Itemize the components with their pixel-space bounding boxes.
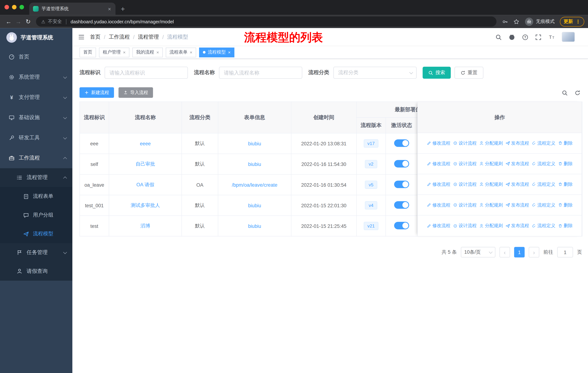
breadcrumb-item[interactable]: 流程管理 xyxy=(138,33,159,40)
active-toggle[interactable] xyxy=(394,222,409,229)
collapse-sidebar-icon[interactable] xyxy=(78,34,85,40)
process-name-link[interactable]: 自己审批 xyxy=(136,161,155,167)
publish-process-link[interactable]: 发布流程 xyxy=(505,140,529,146)
current-page-button[interactable]: 1 xyxy=(514,247,525,258)
close-tab-icon[interactable]: × xyxy=(107,6,112,12)
assign-rule-link[interactable]: 分配规则 xyxy=(479,202,503,208)
sidebar-item-task-mgmt[interactable]: 任务管理 xyxy=(0,243,72,262)
process-name-link[interactable]: 测试多审批人 xyxy=(131,202,160,208)
design-process-link[interactable]: 设计流程 xyxy=(453,140,477,146)
process-key-input[interactable] xyxy=(105,67,188,79)
assign-rule-link[interactable]: 分配规则 xyxy=(479,161,503,167)
process-name-link[interactable]: eeee xyxy=(140,141,151,146)
publish-process-link[interactable]: 发布流程 xyxy=(505,181,529,188)
tag-my-process[interactable]: 我的流程× xyxy=(132,47,163,57)
assign-rule-link[interactable]: 分配规则 xyxy=(479,181,503,188)
app-logo[interactable]: 芋道管理系统 xyxy=(0,28,72,47)
edit-process-link[interactable]: 修改流程 xyxy=(427,202,450,208)
bookmark-star-icon[interactable] xyxy=(514,18,519,25)
process-definition-link[interactable]: 流程定义 xyxy=(532,140,555,146)
edit-process-link[interactable]: 修改流程 xyxy=(427,181,450,188)
design-process-link[interactable]: 设计流程 xyxy=(453,222,477,229)
goto-page-input[interactable] xyxy=(557,247,573,258)
active-toggle[interactable] xyxy=(394,181,409,188)
process-name-input[interactable] xyxy=(219,67,302,79)
refresh-table-icon[interactable] xyxy=(575,89,580,96)
sidebar-item-home[interactable]: 首页 xyxy=(0,47,72,67)
password-key-icon[interactable] xyxy=(502,18,508,25)
browser-update-menu-button[interactable]: 更新 ⋮ xyxy=(560,17,584,26)
page-size-select[interactable]: 10条/页 xyxy=(461,247,495,258)
search-button[interactable]: 搜索 xyxy=(423,67,451,79)
form-info-link[interactable]: biubiu xyxy=(248,223,261,229)
sidebar-item-infra[interactable]: 基础设施 xyxy=(0,107,72,128)
active-toggle[interactable] xyxy=(394,139,409,147)
delete-process-link[interactable]: 删除 xyxy=(558,161,573,167)
close-icon[interactable]: × xyxy=(123,50,126,55)
publish-process-link[interactable]: 发布流程 xyxy=(505,222,529,229)
user-avatar[interactable] xyxy=(562,32,575,42)
publish-process-link[interactable]: 发布流程 xyxy=(505,161,529,167)
publish-process-link[interactable]: 发布流程 xyxy=(505,202,529,208)
tag-home[interactable]: 首页 xyxy=(79,47,96,57)
design-process-link[interactable]: 设计流程 xyxy=(453,202,477,208)
sidebar-item-system[interactable]: 系统管理 xyxy=(0,67,72,87)
forward-icon[interactable]: → xyxy=(13,18,23,25)
process-name-link[interactable]: 滔博 xyxy=(140,223,150,229)
design-process-link[interactable]: 设计流程 xyxy=(453,161,477,167)
active-toggle[interactable] xyxy=(394,201,409,209)
form-info-link[interactable]: biubiu xyxy=(248,141,261,146)
delete-process-link[interactable]: 删除 xyxy=(558,222,573,229)
assign-rule-link[interactable]: 分配规则 xyxy=(479,140,503,146)
edit-process-link[interactable]: 修改流程 xyxy=(427,140,450,146)
sidebar-item-workflow[interactable]: 工作流程 xyxy=(0,148,72,168)
font-size-icon[interactable] xyxy=(548,33,555,40)
help-icon[interactable] xyxy=(522,33,528,40)
design-process-link[interactable]: 设计流程 xyxy=(453,181,477,188)
form-info-link[interactable]: /bpm/oa/leave/create xyxy=(232,182,277,188)
form-info-link[interactable]: biubiu xyxy=(248,161,261,167)
process-definition-link[interactable]: 流程定义 xyxy=(532,181,555,188)
close-icon[interactable]: × xyxy=(228,50,231,55)
prev-page-button[interactable]: ‹ xyxy=(499,247,510,258)
active-toggle[interactable] xyxy=(394,160,409,167)
breadcrumb-item[interactable]: 首页 xyxy=(90,33,101,40)
zoom-window-button[interactable] xyxy=(20,5,24,10)
sidebar-item-process-mgmt[interactable]: 流程管理 xyxy=(0,168,72,187)
url-text[interactable]: dashboard.yudao.iocoder.cn/bpm/manager/m… xyxy=(71,19,174,24)
process-definition-link[interactable]: 流程定义 xyxy=(532,222,555,229)
delete-process-link[interactable]: 删除 xyxy=(558,181,573,188)
new-tab-button[interactable]: + xyxy=(121,5,125,12)
close-icon[interactable]: × xyxy=(190,50,192,55)
close-icon[interactable]: × xyxy=(156,50,159,55)
close-window-button[interactable] xyxy=(5,5,9,10)
sidebar-item-payment[interactable]: ¥ 支付管理 xyxy=(0,87,72,107)
sidebar-item-user-group[interactable]: 用户分组 xyxy=(0,206,72,225)
github-icon[interactable] xyxy=(509,33,515,40)
delete-process-link[interactable]: 删除 xyxy=(558,202,573,208)
next-page-button[interactable]: › xyxy=(529,247,539,258)
tag-tenant[interactable]: 租户管理× xyxy=(99,47,129,57)
edit-process-link[interactable]: 修改流程 xyxy=(427,161,450,167)
search-icon[interactable] xyxy=(495,33,502,40)
sidebar-item-devtools[interactable]: 研发工具 xyxy=(0,128,72,148)
reset-button[interactable]: 重置 xyxy=(455,67,483,79)
back-icon[interactable]: ← xyxy=(4,18,13,25)
category-select[interactable]: 流程分类 xyxy=(333,67,417,79)
form-info-link[interactable]: biubiu xyxy=(248,202,261,208)
fullscreen-icon[interactable] xyxy=(535,33,542,40)
process-name-link[interactable]: OA 请假 xyxy=(136,182,154,187)
assign-rule-link[interactable]: 分配规则 xyxy=(479,222,503,229)
tag-process-form[interactable]: 流程表单× xyxy=(166,47,196,57)
minimize-window-button[interactable] xyxy=(12,5,17,10)
reload-icon[interactable]: ↻ xyxy=(23,18,33,25)
edit-process-link[interactable]: 修改流程 xyxy=(427,222,450,229)
process-definition-link[interactable]: 流程定义 xyxy=(532,161,555,167)
show-search-icon[interactable] xyxy=(562,89,568,96)
breadcrumb-item[interactable]: 工作流程 xyxy=(109,33,130,40)
process-definition-link[interactable]: 流程定义 xyxy=(532,202,555,208)
create-process-button[interactable]: 新建流程 xyxy=(79,87,114,98)
delete-process-link[interactable]: 删除 xyxy=(558,140,573,146)
sidebar-item-leave-query[interactable]: 请假查询 xyxy=(0,262,72,281)
browser-tab[interactable]: 芋道管理系统 × xyxy=(29,2,115,15)
